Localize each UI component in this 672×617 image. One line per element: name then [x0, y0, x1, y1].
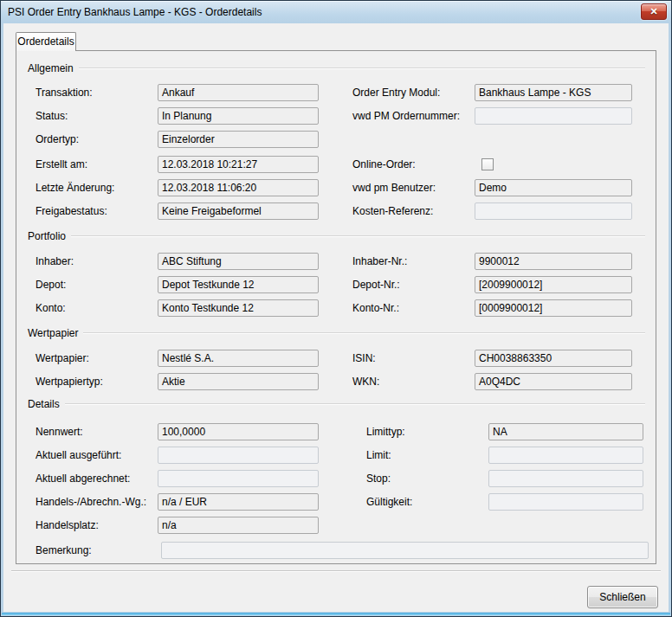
letzte-aenderung-field[interactable]: 12.03.2018 11:06:20 — [158, 179, 319, 196]
handels-wg-field[interactable]: n/a / EUR — [158, 493, 319, 511]
letzte-aenderung-label: Letzte Änderung: — [36, 179, 114, 196]
status-field[interactable]: In Planung — [158, 107, 319, 125]
aktuell-ausgefuehrt-field — [158, 447, 319, 464]
order-entry-modul-field[interactable]: Bankhaus Lampe - KGS — [475, 84, 632, 101]
vwd-pm-ordernummer-field — [475, 107, 632, 125]
status-label: Status: — [36, 107, 68, 125]
online-order-label: Online-Order: — [352, 156, 416, 173]
group-allgemein-title: Allgemein — [28, 62, 74, 74]
depot-label: Depot: — [36, 276, 66, 293]
group-allgemein-divider — [79, 67, 645, 69]
group-portfolio-divider — [71, 235, 645, 237]
transaktion-label: Transaktion: — [36, 84, 93, 101]
gueltigkeit-label: Gültigkeit: — [366, 493, 412, 511]
freigabestatus-label: Freigabestatus: — [36, 202, 107, 220]
group-details-title: Details — [28, 398, 60, 410]
dialog-window: PSI Order Entry Bankhaus Lampe - KGS - O… — [0, 0, 672, 617]
group-allgemein-header: Allgemein — [28, 62, 645, 74]
group-wertpapier-header: Wertpapier — [28, 327, 645, 339]
order-entry-modul-label: Order Entry Modul: — [352, 84, 440, 101]
group-wertpapier-divider — [83, 332, 645, 334]
stop-field — [488, 470, 643, 487]
group-details-divider — [65, 403, 645, 405]
schliessen-button[interactable]: Schließen — [587, 586, 658, 608]
inhaber-nr-field[interactable]: 9900012 — [475, 253, 632, 270]
handelsplatz-field[interactable]: n/a — [158, 517, 319, 534]
depot-nr-field[interactable]: [2009900012] — [475, 276, 632, 293]
bemerkung-label: Bemerkung: — [36, 542, 92, 559]
wkn-field[interactable]: A0Q4DC — [475, 373, 632, 390]
isin-field[interactable]: CH0038863350 — [475, 350, 632, 367]
group-portfolio-header: Portfolio — [28, 230, 645, 242]
aktuell-abgerechnet-field — [158, 470, 319, 487]
nennwert-label: Nennwert: — [36, 423, 83, 440]
konto-nr-field[interactable]: [0009900012] — [475, 299, 632, 317]
orderdetails-panel: Allgemein Transaktion: Ankauf Order Entr… — [16, 50, 656, 564]
close-icon[interactable]: ✕ — [641, 3, 667, 20]
inhaber-label: Inhaber: — [36, 253, 74, 270]
aktuell-abgerechnet-label: Aktuell abgerechnet: — [36, 470, 130, 487]
limittyp-field[interactable]: NA — [488, 423, 643, 440]
konto-nr-label: Konto-Nr.: — [352, 299, 399, 317]
gueltigkeit-field — [488, 493, 643, 511]
wertpapier-field[interactable]: Nestlé S.A. — [158, 350, 319, 367]
limit-field — [488, 447, 643, 464]
group-portfolio-title: Portfolio — [28, 230, 66, 242]
bemerkung-field — [161, 542, 649, 559]
tab-orderdetails[interactable]: Orderdetails — [16, 32, 76, 51]
limit-label: Limit: — [366, 447, 391, 464]
erstellt-am-label: Erstellt am: — [36, 156, 87, 173]
limittyp-label: Limittyp: — [366, 423, 405, 440]
footer-separator — [11, 570, 661, 572]
inhaber-field[interactable]: ABC Stiftung — [158, 253, 319, 270]
isin-label: ISIN: — [352, 350, 376, 367]
konto-field[interactable]: Konto Testkunde 12 — [158, 299, 319, 317]
stop-label: Stop: — [366, 470, 391, 487]
handelsplatz-label: Handelsplatz: — [36, 517, 99, 534]
kosten-referenz-field — [475, 202, 632, 220]
depot-nr-label: Depot-Nr.: — [352, 276, 400, 293]
wertpapiertyp-label: Wertpapiertyp: — [36, 373, 103, 390]
konto-label: Konto: — [36, 299, 66, 317]
group-details-header: Details — [28, 398, 645, 410]
online-order-checkbox[interactable] — [481, 158, 494, 170]
dialog-client-area: Orderdetails Allgemein Transaktion: Anka… — [3, 23, 669, 612]
wkn-label: WKN: — [352, 373, 379, 390]
ordertyp-label: Ordertyp: — [36, 131, 79, 148]
erstellt-am-field[interactable]: 12.03.2018 10:21:27 — [158, 156, 319, 173]
vwd-pm-benutzer-field[interactable]: Demo — [475, 179, 632, 196]
wertpapier-label: Wertpapier: — [36, 350, 89, 367]
depot-field[interactable]: Depot Testkunde 12 — [158, 276, 319, 293]
group-wertpapier-title: Wertpapier — [28, 327, 78, 339]
title-bar[interactable]: PSI Order Entry Bankhaus Lampe - KGS - O… — [1, 1, 671, 23]
aktuell-ausgefuehrt-label: Aktuell ausgeführt: — [36, 447, 121, 464]
handels-wg-label: Handels-/Abrechn.-Wg.: — [36, 493, 146, 511]
ordertyp-field[interactable]: Einzelorder — [158, 131, 319, 148]
vwd-pm-benutzer-label: vwd pm Benutzer: — [352, 179, 436, 196]
wertpapiertyp-field[interactable]: Aktie — [158, 373, 319, 390]
transaktion-field[interactable]: Ankauf — [158, 84, 319, 101]
freigabestatus-field[interactable]: Keine Freigabeformel — [158, 202, 319, 220]
kosten-referenz-label: Kosten-Referenz: — [352, 202, 433, 220]
window-title: PSI Order Entry Bankhaus Lampe - KGS - O… — [8, 1, 262, 23]
inhaber-nr-label: Inhaber-Nr.: — [352, 253, 407, 270]
nennwert-field[interactable]: 100,0000 — [158, 423, 319, 440]
vwd-pm-ordernummer-label: vwd PM Ordernummer: — [352, 107, 460, 125]
